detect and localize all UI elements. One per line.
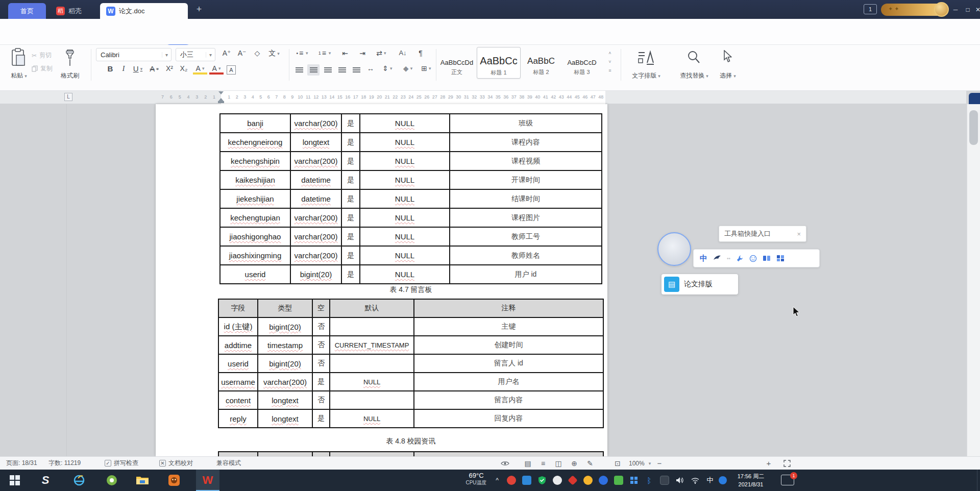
compatibility-mode[interactable]: 兼容模式 [216, 457, 241, 470]
tray-icon-crimson[interactable] [566, 470, 580, 491]
bluetooth-icon[interactable]: ᛒ [642, 470, 656, 491]
fit-page-icon[interactable]: ⊡ [611, 457, 624, 470]
increase-indent-icon[interactable]: ⇥ [356, 49, 369, 57]
italic-button[interactable]: I [118, 64, 129, 73]
wrench-icon[interactable] [736, 255, 744, 262]
fullscreen-icon[interactable] [781, 457, 793, 470]
left-indent-marker[interactable] [218, 101, 224, 103]
minimize-button[interactable]: ─ [950, 5, 961, 14]
strikethrough-button[interactable]: A▾ [147, 64, 161, 73]
web-view-icon[interactable]: ⊕ [568, 457, 580, 470]
style-gallery-scroll[interactable]: ˄ ˅ ≡ [605, 49, 615, 75]
paste-button[interactable]: 粘贴▾ [3, 71, 35, 80]
zoom-level[interactable]: 100%▾ [629, 457, 651, 470]
close-icon[interactable]: × [797, 230, 801, 238]
zoom-in-icon[interactable]: + [764, 457, 774, 470]
find-replace-button[interactable]: 查找替换▾ [675, 71, 714, 80]
tray-icon-messenger[interactable] [520, 470, 534, 491]
bold-button[interactable]: B [104, 64, 116, 73]
grid-apps-icon[interactable] [776, 255, 785, 262]
tray-icon-shield[interactable] [535, 470, 549, 491]
align-distribute-button[interactable] [350, 64, 362, 76]
font-size-select[interactable]: 小三▾ [176, 48, 215, 61]
emoticon-icon[interactable] [749, 255, 757, 262]
find-replace-icon[interactable] [687, 50, 700, 64]
decrease-font-icon[interactable]: A⁻ [236, 49, 248, 57]
font-name-select[interactable]: Calibri▾ [96, 48, 172, 61]
scrollbar-thumb[interactable] [969, 110, 978, 145]
text-layout-button[interactable]: 文字排版▾ [626, 71, 667, 80]
app-icon-360[interactable] [100, 470, 124, 491]
start-button[interactable] [3, 470, 27, 491]
close-button[interactable]: ✕ [973, 5, 980, 14]
clear-format-icon[interactable]: ◇ [251, 49, 263, 57]
character-shading-button[interactable]: A [227, 65, 236, 75]
new-tab-button[interactable]: + [193, 4, 205, 15]
select-button[interactable]: 选择▾ [714, 71, 742, 80]
blocks-icon[interactable] [763, 255, 771, 262]
paragraph-mark-icon[interactable]: ¶ [414, 49, 427, 57]
style-heading2[interactable]: AaBbC 标题 2 [522, 47, 560, 79]
format-painter-icon[interactable] [62, 49, 78, 67]
read-view-icon[interactable]: ◫ [552, 457, 565, 470]
paste-icon[interactable] [10, 48, 27, 67]
dark-tool-icon[interactable] [713, 255, 721, 262]
network-icon[interactable] [688, 470, 702, 491]
input-method-indicator[interactable]: 中 [703, 470, 717, 491]
style-normal[interactable]: AaBbCcDd 正文 [438, 47, 476, 79]
page-indicator[interactable]: 页面: 18/31 [6, 457, 37, 470]
tray-icon-green[interactable] [611, 470, 626, 491]
app-icon-wps[interactable]: W [196, 470, 219, 491]
decrease-indent-icon[interactable]: ⇤ [339, 49, 351, 57]
spellcheck-toggle[interactable]: ✓ 拼写检查 [105, 457, 138, 470]
app-icon-sogou[interactable]: S [34, 470, 57, 491]
superscript-button[interactable]: X² [163, 64, 176, 72]
increase-font-icon[interactable]: A⁺ [220, 49, 233, 57]
text-layout-icon[interactable] [636, 49, 656, 66]
highlight-color-button[interactable]: A▾ [193, 64, 207, 75]
speaker-icon[interactable] [673, 470, 687, 491]
tab-stop-selector[interactable]: L [64, 93, 72, 101]
tray-expand-icon[interactable]: ^ [492, 470, 502, 491]
bullet-list-button[interactable]: •≡▾ [294, 49, 310, 57]
show-desktop-button[interactable] [977, 470, 980, 491]
shading-fill-icon[interactable]: ◆▾ [400, 64, 415, 72]
translate-icon[interactable]: 中 [700, 254, 707, 263]
sort-icon[interactable]: A↓ [395, 49, 410, 57]
select-tool-icon[interactable] [723, 50, 732, 63]
tab-docer[interactable]: 稻 稻壳 [50, 3, 88, 19]
message-badge[interactable]: 1 [864, 4, 877, 14]
cjk-layout-icon[interactable]: ⇄▾ [374, 49, 389, 57]
app-icon-ie[interactable] [67, 470, 91, 491]
first-line-indent-marker[interactable] [218, 91, 224, 94]
tab-document[interactable]: W 论文.doc [100, 3, 188, 19]
pinyin-guide-icon[interactable]: 文▾ [266, 49, 282, 58]
page-view-icon[interactable]: ▤ [522, 457, 534, 470]
align-center-button[interactable] [307, 64, 320, 76]
edit-mode-icon[interactable]: ✎ [584, 457, 596, 470]
cpu-temp-widget[interactable]: 69°C CPU温度 [459, 472, 493, 486]
style-heading1[interactable]: AaBbCc 标题 1 [477, 47, 521, 79]
app-icon-orange[interactable] [162, 470, 186, 491]
tray-icon-light[interactable] [550, 470, 565, 491]
copy-button[interactable]: 复制 [32, 64, 53, 73]
toolbox-avatar[interactable] [657, 232, 691, 266]
toolbox-quick-icons[interactable]: 中 •• [693, 249, 820, 267]
user-avatar[interactable] [934, 2, 949, 17]
word-count[interactable]: 字数: 11219 [48, 457, 81, 470]
line-spacing-icon[interactable]: ⇕▾ [380, 64, 395, 72]
borders-icon[interactable]: ⊞▾ [419, 64, 434, 72]
proofread-toggle[interactable]: ✕ 文档校对 [159, 457, 193, 470]
subscript-button[interactable]: X₂ [178, 64, 190, 72]
maximize-button[interactable]: □ [963, 5, 973, 14]
tray-icon-dark[interactable] [657, 470, 672, 491]
tray-icon-grid[interactable] [627, 470, 641, 491]
align-right-button[interactable] [322, 64, 334, 76]
underline-button[interactable]: U▾ [131, 64, 145, 73]
character-scale-icon[interactable]: ↔ [364, 64, 377, 72]
align-justify-button[interactable] [336, 64, 348, 76]
dots-icon[interactable]: •• [727, 256, 730, 261]
outline-view-icon[interactable]: ≡ [537, 457, 549, 470]
tray-icon-gold[interactable] [581, 470, 595, 491]
numbered-list-button[interactable]: 1≡▾ [316, 49, 333, 57]
